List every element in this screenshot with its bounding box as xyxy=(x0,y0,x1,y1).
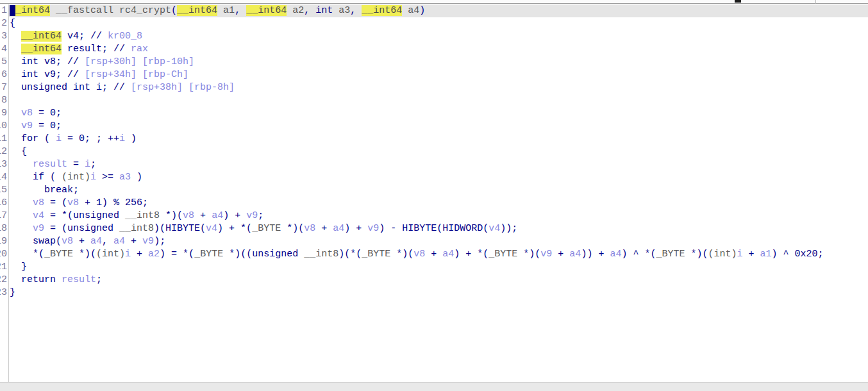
code-line[interactable]: 8 xyxy=(0,94,868,107)
code-line-text: int v8; // [rsp+30h] [rbp-10h] xyxy=(8,56,868,69)
line-number: 23 xyxy=(0,287,8,299)
code-line[interactable]: 18 v9 = (unsigned __int8)(HIBYTE(v4) + *… xyxy=(0,222,868,235)
line-number: 2 xyxy=(0,17,8,30)
code-line-text: } xyxy=(8,287,868,299)
line-number: 15 xyxy=(0,184,8,197)
code-line-text: } xyxy=(8,261,868,274)
code-line-text: return result; xyxy=(8,274,868,287)
code-line-text: break; xyxy=(8,184,868,197)
code-line-text: v9 = 0; xyxy=(8,120,868,133)
line-number: 22 xyxy=(0,274,8,287)
code-line-text: *(_BYTE *)((int)i + a2) = *(_BYTE *)((un… xyxy=(8,248,868,261)
line-number: 8 xyxy=(0,94,8,107)
line-number: 3 xyxy=(0,30,8,43)
gutter-separator xyxy=(8,4,9,382)
horizontal-scrollbar[interactable] xyxy=(0,382,868,391)
code-line[interactable]: 14 if ( (int)i >= a3 ) xyxy=(0,171,868,184)
code-line[interactable]: 1__int64 __fastcall rc4_crypt(__int64 a1… xyxy=(0,4,868,17)
code-line[interactable]: 7 unsigned int i; // [rsp+38h] [rbp-8h] xyxy=(0,81,868,94)
pseudocode-view[interactable]: 1__int64 __fastcall rc4_crypt(__int64 a1… xyxy=(0,4,868,299)
code-line[interactable]: 5 int v8; // [rsp+30h] [rbp-10h] xyxy=(0,56,868,69)
highlighted-token: __int64 xyxy=(177,5,217,16)
line-number: 10 xyxy=(0,120,8,133)
code-line-text: v4 = *(unsigned __int8 *)(v8 + a4) + v9; xyxy=(8,210,868,222)
code-line[interactable]: 15 break; xyxy=(0,184,868,197)
line-number: 4 xyxy=(0,43,8,56)
toolbar-remnant-mark xyxy=(735,0,741,3)
code-line-text: { xyxy=(8,146,868,158)
code-line-text: if ( (int)i >= a3 ) xyxy=(8,171,868,184)
code-line[interactable]: 16 v8 = (v8 + 1) % 256; xyxy=(0,197,868,210)
line-number: 18 xyxy=(0,222,8,235)
code-line[interactable]: 2{ xyxy=(0,17,868,30)
line-number: 14 xyxy=(0,171,8,184)
line-number: 11 xyxy=(0,133,8,146)
toolbar-divider xyxy=(815,0,816,4)
line-number: 9 xyxy=(0,107,8,120)
code-line[interactable]: 11 for ( i = 0; ; ++i ) xyxy=(0,133,868,146)
line-number: 16 xyxy=(0,197,8,210)
line-number: 12 xyxy=(0,146,8,158)
code-line-text: __int64 v4; // kr00_8 xyxy=(8,30,868,43)
code-line[interactable]: 19 swap(v8 + a4, a4 + v9); xyxy=(0,235,868,248)
line-number: 20 xyxy=(0,248,8,261)
line-number: 17 xyxy=(0,210,8,222)
code-line-text: swap(v8 + a4, a4 + v9); xyxy=(8,235,868,248)
code-line[interactable]: 23} xyxy=(0,287,868,299)
code-line[interactable]: 10 v9 = 0; xyxy=(0,120,868,133)
highlighted-token: __int64 xyxy=(21,31,62,42)
code-line[interactable]: 22 return result; xyxy=(0,274,868,287)
code-line[interactable]: 13 result = i; xyxy=(0,158,868,171)
code-line-text: result = i; xyxy=(8,158,868,171)
code-line-text: v8 = 0; xyxy=(8,107,868,120)
highlighted-token: __int64 xyxy=(246,5,287,16)
line-number: 1 xyxy=(0,4,8,17)
code-line[interactable]: 4 __int64 result; // rax xyxy=(0,43,868,56)
line-number: 21 xyxy=(0,261,8,274)
code-line[interactable]: 12 { xyxy=(0,146,868,158)
cursor-block: _ xyxy=(10,5,15,16)
code-line-text: __int64 result; // rax xyxy=(8,43,868,56)
code-line-text: v8 = (v8 + 1) % 256; xyxy=(8,197,868,210)
code-line-text: for ( i = 0; ; ++i ) xyxy=(8,133,868,146)
line-number: 13 xyxy=(0,158,8,171)
code-line-text: unsigned int i; // [rsp+38h] [rbp-8h] xyxy=(8,81,868,94)
code-line-text: v9 = (unsigned __int8)(HIBYTE(v4) + *(_B… xyxy=(8,222,868,235)
toolbar-remnant-strip xyxy=(0,0,868,4)
code-line[interactable]: 20 *(_BYTE *)((int)i + a2) = *(_BYTE *)(… xyxy=(0,248,868,261)
line-number: 6 xyxy=(0,69,8,81)
code-line[interactable]: 21 } xyxy=(0,261,868,274)
line-number: 5 xyxy=(0,56,8,69)
code-line[interactable]: 3 __int64 v4; // kr00_8 xyxy=(0,30,868,43)
code-line[interactable]: 17 v4 = *(unsigned __int8 *)(v8 + a4) + … xyxy=(0,210,868,222)
code-line-text: int v9; // [rsp+34h] [rbp-Ch] xyxy=(8,69,868,81)
code-line-text: __int64 __fastcall rc4_crypt(__int64 a1,… xyxy=(8,4,868,17)
code-line[interactable]: 6 int v9; // [rsp+34h] [rbp-Ch] xyxy=(0,69,868,81)
line-number: 7 xyxy=(0,81,8,94)
highlighted-token: __int64 xyxy=(362,5,402,16)
highlighted-token: _int64 xyxy=(15,5,50,16)
code-line-text xyxy=(8,94,868,107)
line-number: 19 xyxy=(0,235,8,248)
code-line-text: { xyxy=(8,17,868,30)
code-line[interactable]: 9 v8 = 0; xyxy=(0,107,868,120)
highlighted-token: __int64 xyxy=(21,44,62,54)
